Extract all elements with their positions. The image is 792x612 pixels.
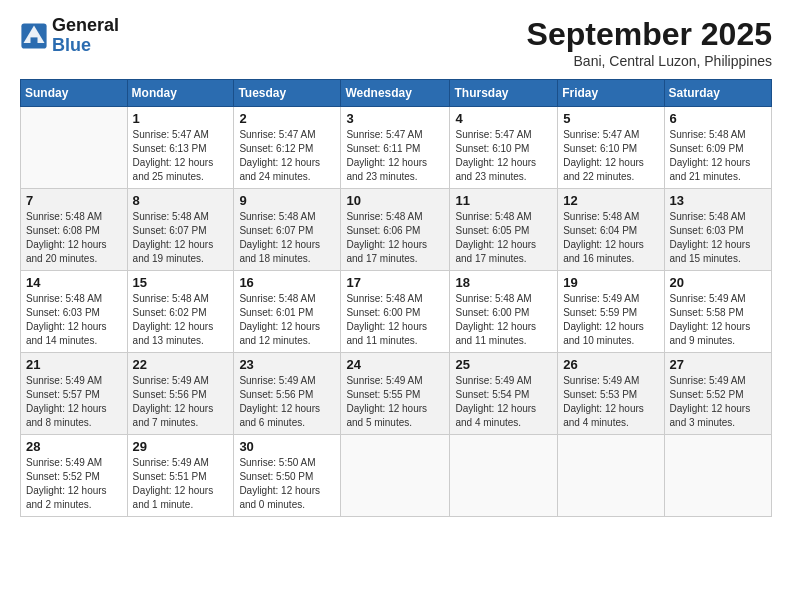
day-number: 14 <box>26 275 122 290</box>
day-number: 7 <box>26 193 122 208</box>
calendar-cell <box>341 435 450 517</box>
calendar-cell: 23Sunrise: 5:49 AM Sunset: 5:56 PM Dayli… <box>234 353 341 435</box>
day-info: Sunrise: 5:48 AM Sunset: 6:07 PM Dayligh… <box>133 210 229 266</box>
day-number: 1 <box>133 111 229 126</box>
calendar-cell: 20Sunrise: 5:49 AM Sunset: 5:58 PM Dayli… <box>664 271 771 353</box>
day-info: Sunrise: 5:49 AM Sunset: 5:57 PM Dayligh… <box>26 374 122 430</box>
calendar-cell: 5Sunrise: 5:47 AM Sunset: 6:10 PM Daylig… <box>558 107 664 189</box>
day-info: Sunrise: 5:48 AM Sunset: 6:00 PM Dayligh… <box>455 292 552 348</box>
weekday-header-sunday: Sunday <box>21 80 128 107</box>
calendar-cell <box>664 435 771 517</box>
weekday-header-tuesday: Tuesday <box>234 80 341 107</box>
day-number: 23 <box>239 357 335 372</box>
calendar-cell: 30Sunrise: 5:50 AM Sunset: 5:50 PM Dayli… <box>234 435 341 517</box>
day-info: Sunrise: 5:48 AM Sunset: 6:05 PM Dayligh… <box>455 210 552 266</box>
calendar-cell: 24Sunrise: 5:49 AM Sunset: 5:55 PM Dayli… <box>341 353 450 435</box>
day-number: 20 <box>670 275 766 290</box>
weekday-header-monday: Monday <box>127 80 234 107</box>
calendar-cell: 8Sunrise: 5:48 AM Sunset: 6:07 PM Daylig… <box>127 189 234 271</box>
calendar-cell: 22Sunrise: 5:49 AM Sunset: 5:56 PM Dayli… <box>127 353 234 435</box>
calendar-cell <box>21 107 128 189</box>
calendar-cell: 14Sunrise: 5:48 AM Sunset: 6:03 PM Dayli… <box>21 271 128 353</box>
svg-rect-2 <box>31 37 38 45</box>
calendar-cell: 27Sunrise: 5:49 AM Sunset: 5:52 PM Dayli… <box>664 353 771 435</box>
day-info: Sunrise: 5:47 AM Sunset: 6:10 PM Dayligh… <box>455 128 552 184</box>
day-info: Sunrise: 5:49 AM Sunset: 5:56 PM Dayligh… <box>133 374 229 430</box>
day-info: Sunrise: 5:47 AM Sunset: 6:11 PM Dayligh… <box>346 128 444 184</box>
day-number: 11 <box>455 193 552 208</box>
day-number: 12 <box>563 193 658 208</box>
day-number: 15 <box>133 275 229 290</box>
calendar-cell: 7Sunrise: 5:48 AM Sunset: 6:08 PM Daylig… <box>21 189 128 271</box>
day-info: Sunrise: 5:48 AM Sunset: 6:01 PM Dayligh… <box>239 292 335 348</box>
location: Bani, Central Luzon, Philippines <box>527 53 772 69</box>
day-info: Sunrise: 5:47 AM Sunset: 6:13 PM Dayligh… <box>133 128 229 184</box>
calendar-cell: 15Sunrise: 5:48 AM Sunset: 6:02 PM Dayli… <box>127 271 234 353</box>
calendar-cell <box>558 435 664 517</box>
day-number: 30 <box>239 439 335 454</box>
day-number: 10 <box>346 193 444 208</box>
day-number: 13 <box>670 193 766 208</box>
calendar-table: SundayMondayTuesdayWednesdayThursdayFrid… <box>20 79 772 517</box>
day-number: 17 <box>346 275 444 290</box>
day-info: Sunrise: 5:48 AM Sunset: 6:02 PM Dayligh… <box>133 292 229 348</box>
month-title: September 2025 <box>527 16 772 53</box>
calendar-cell: 13Sunrise: 5:48 AM Sunset: 6:03 PM Dayli… <box>664 189 771 271</box>
day-info: Sunrise: 5:48 AM Sunset: 6:00 PM Dayligh… <box>346 292 444 348</box>
day-number: 8 <box>133 193 229 208</box>
title-section: September 2025 Bani, Central Luzon, Phil… <box>527 16 772 69</box>
logo-icon <box>20 22 48 50</box>
day-number: 4 <box>455 111 552 126</box>
calendar-cell: 28Sunrise: 5:49 AM Sunset: 5:52 PM Dayli… <box>21 435 128 517</box>
day-info: Sunrise: 5:49 AM Sunset: 5:59 PM Dayligh… <box>563 292 658 348</box>
calendar-cell: 26Sunrise: 5:49 AM Sunset: 5:53 PM Dayli… <box>558 353 664 435</box>
day-number: 6 <box>670 111 766 126</box>
page-container: General Blue September 2025 Bani, Centra… <box>0 0 792 527</box>
day-number: 26 <box>563 357 658 372</box>
day-info: Sunrise: 5:49 AM Sunset: 5:52 PM Dayligh… <box>670 374 766 430</box>
day-info: Sunrise: 5:48 AM Sunset: 6:06 PM Dayligh… <box>346 210 444 266</box>
calendar-cell: 4Sunrise: 5:47 AM Sunset: 6:10 PM Daylig… <box>450 107 558 189</box>
calendar-cell: 3Sunrise: 5:47 AM Sunset: 6:11 PM Daylig… <box>341 107 450 189</box>
calendar-cell: 12Sunrise: 5:48 AM Sunset: 6:04 PM Dayli… <box>558 189 664 271</box>
calendar-cell: 6Sunrise: 5:48 AM Sunset: 6:09 PM Daylig… <box>664 107 771 189</box>
day-number: 9 <box>239 193 335 208</box>
week-row-2: 7Sunrise: 5:48 AM Sunset: 6:08 PM Daylig… <box>21 189 772 271</box>
day-number: 25 <box>455 357 552 372</box>
week-row-1: 1Sunrise: 5:47 AM Sunset: 6:13 PM Daylig… <box>21 107 772 189</box>
day-info: Sunrise: 5:49 AM Sunset: 5:58 PM Dayligh… <box>670 292 766 348</box>
header: General Blue September 2025 Bani, Centra… <box>20 16 772 69</box>
weekday-header-thursday: Thursday <box>450 80 558 107</box>
day-number: 27 <box>670 357 766 372</box>
calendar-cell: 16Sunrise: 5:48 AM Sunset: 6:01 PM Dayli… <box>234 271 341 353</box>
calendar-cell: 17Sunrise: 5:48 AM Sunset: 6:00 PM Dayli… <box>341 271 450 353</box>
calendar-cell: 11Sunrise: 5:48 AM Sunset: 6:05 PM Dayli… <box>450 189 558 271</box>
calendar-cell: 19Sunrise: 5:49 AM Sunset: 5:59 PM Dayli… <box>558 271 664 353</box>
day-info: Sunrise: 5:49 AM Sunset: 5:51 PM Dayligh… <box>133 456 229 512</box>
calendar-cell <box>450 435 558 517</box>
day-info: Sunrise: 5:48 AM Sunset: 6:08 PM Dayligh… <box>26 210 122 266</box>
day-info: Sunrise: 5:47 AM Sunset: 6:10 PM Dayligh… <box>563 128 658 184</box>
weekday-header-saturday: Saturday <box>664 80 771 107</box>
weekday-header-friday: Friday <box>558 80 664 107</box>
week-row-5: 28Sunrise: 5:49 AM Sunset: 5:52 PM Dayli… <box>21 435 772 517</box>
calendar-cell: 25Sunrise: 5:49 AM Sunset: 5:54 PM Dayli… <box>450 353 558 435</box>
calendar-cell: 9Sunrise: 5:48 AM Sunset: 6:07 PM Daylig… <box>234 189 341 271</box>
day-number: 19 <box>563 275 658 290</box>
calendar-cell: 10Sunrise: 5:48 AM Sunset: 6:06 PM Dayli… <box>341 189 450 271</box>
day-info: Sunrise: 5:49 AM Sunset: 5:55 PM Dayligh… <box>346 374 444 430</box>
day-number: 28 <box>26 439 122 454</box>
day-number: 18 <box>455 275 552 290</box>
weekday-header-row: SundayMondayTuesdayWednesdayThursdayFrid… <box>21 80 772 107</box>
day-info: Sunrise: 5:48 AM Sunset: 6:04 PM Dayligh… <box>563 210 658 266</box>
day-info: Sunrise: 5:47 AM Sunset: 6:12 PM Dayligh… <box>239 128 335 184</box>
day-info: Sunrise: 5:50 AM Sunset: 5:50 PM Dayligh… <box>239 456 335 512</box>
calendar-cell: 1Sunrise: 5:47 AM Sunset: 6:13 PM Daylig… <box>127 107 234 189</box>
day-number: 24 <box>346 357 444 372</box>
day-number: 5 <box>563 111 658 126</box>
day-info: Sunrise: 5:49 AM Sunset: 5:53 PM Dayligh… <box>563 374 658 430</box>
day-info: Sunrise: 5:49 AM Sunset: 5:54 PM Dayligh… <box>455 374 552 430</box>
week-row-3: 14Sunrise: 5:48 AM Sunset: 6:03 PM Dayli… <box>21 271 772 353</box>
calendar-cell: 2Sunrise: 5:47 AM Sunset: 6:12 PM Daylig… <box>234 107 341 189</box>
weekday-header-wednesday: Wednesday <box>341 80 450 107</box>
